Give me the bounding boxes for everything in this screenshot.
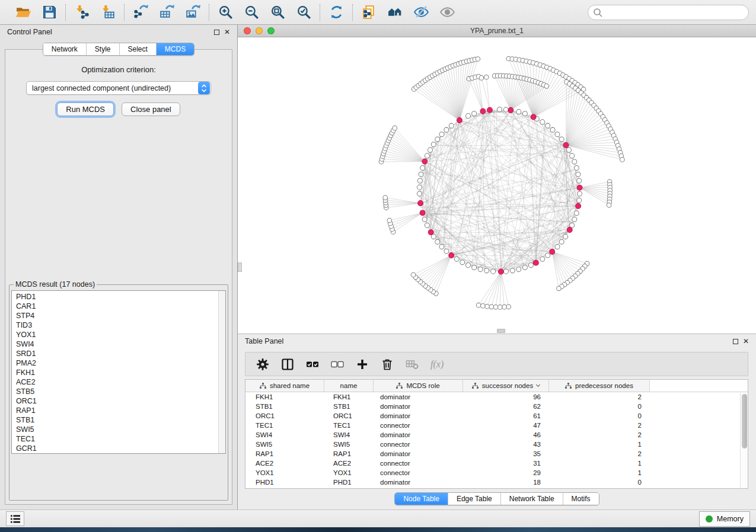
table-row[interactable]: ORC1 ORC1 dominator 61 0 — [245, 411, 748, 421]
column-header-name[interactable]: name — [324, 380, 374, 392]
list-icon — [10, 514, 21, 524]
table-scrollbar[interactable] — [740, 393, 748, 488]
export-table-button[interactable] — [158, 4, 176, 21]
table-close-panel-icon[interactable]: ✕ — [743, 338, 749, 345]
column-header-successor-nodes[interactable]: successor nodes — [463, 380, 549, 392]
control-panel: Control Panel ✕ NetworkStyleSelectMCDS O… — [0, 25, 238, 509]
select-all-columns-button[interactable] — [305, 357, 320, 372]
tab-mcds[interactable]: MCDS — [157, 43, 194, 55]
mcds-result-list[interactable]: PHD1CAR1STP4TID3YOX1SWI4SRD1PMA2FKH1ACE2… — [11, 290, 226, 454]
zoom-in-icon — [218, 4, 234, 20]
zoom-fit-button[interactable] — [269, 4, 286, 21]
hide-selected-button[interactable] — [412, 4, 430, 21]
table-row[interactable]: RAP1 RAP1 dominator 35 2 — [245, 449, 748, 459]
mcds-result-item[interactable]: PHD1 — [16, 292, 225, 302]
export-image-button[interactable] — [184, 4, 202, 21]
folder-open-icon — [15, 4, 31, 20]
column-header-shared-name[interactable]: shared name — [245, 380, 324, 392]
mcds-result-item[interactable]: STB5 — [16, 387, 225, 396]
import-network-icon — [74, 4, 90, 20]
mcds-result-item[interactable]: SRD1 — [16, 349, 225, 358]
new-network-from-selection-button[interactable] — [360, 4, 378, 21]
delete-column-button[interactable] — [379, 357, 395, 372]
search-box[interactable] — [588, 5, 749, 20]
import-network-button[interactable] — [73, 4, 91, 21]
column-header-MCDS-role[interactable]: MCDS role — [374, 380, 463, 392]
mcds-result-item[interactable]: CAR1 — [16, 302, 225, 311]
open-session-button[interactable] — [14, 4, 32, 21]
run-mcds-button[interactable]: Run MCDS — [57, 102, 114, 116]
mcds-tab-content: Optimization criterion: largest connecte… — [5, 49, 232, 505]
zoom-in-button[interactable] — [216, 4, 234, 21]
add-column-button[interactable] — [355, 357, 370, 372]
table-scrollbar-thumb[interactable] — [742, 394, 747, 448]
update-network-button[interactable] — [327, 4, 345, 21]
tab-style[interactable]: Style — [87, 43, 120, 55]
mcds-result-item[interactable]: YOX1 — [16, 330, 225, 339]
export-network-icon — [133, 4, 149, 20]
mcds-result-item[interactable]: TID3 — [16, 321, 225, 330]
control-panel-title: Control Panel — [7, 28, 52, 36]
column-header-predecessor-nodes[interactable]: predecessor nodes — [549, 380, 650, 392]
show-columns-button[interactable] — [280, 357, 295, 372]
table-row[interactable]: SWI5 SWI5 connector 43 1 — [245, 440, 748, 449]
mcds-result-item[interactable]: FKH1 — [16, 368, 225, 377]
vertical-split-handle[interactable] — [238, 262, 242, 272]
show-all-button[interactable] — [438, 4, 456, 21]
close-panel-button[interactable]: Close panel — [122, 102, 180, 116]
panel-selector-button[interactable] — [6, 511, 24, 526]
table-float-window-icon[interactable] — [733, 339, 738, 344]
tab-select[interactable]: Select — [120, 43, 157, 55]
mcds-result-item[interactable]: STP4 — [16, 311, 225, 321]
mcds-result-item[interactable]: ORC1 — [16, 396, 225, 406]
column-type-icon — [565, 383, 572, 389]
table-row[interactable]: SWI4 SWI4 dominator 46 2 — [245, 430, 748, 440]
tab-motifs[interactable]: Motifs — [563, 493, 599, 505]
control-panel-titlebar: Control Panel ✕ — [0, 25, 237, 39]
table-row[interactable]: YOX1 YOX1 connector 29 1 — [245, 468, 748, 477]
float-window-icon[interactable] — [214, 30, 219, 35]
table-row[interactable]: FKH1 FKH1 dominator 96 2 — [245, 392, 748, 402]
table-row[interactable]: PHD1 PHD1 dominator 18 0 — [245, 477, 748, 487]
main-toolbar — [0, 0, 756, 25]
import-table-button[interactable] — [99, 4, 117, 21]
table-row[interactable]: TEC1 TEC1 connector 47 2 — [245, 421, 748, 430]
table-settings-button[interactable] — [255, 357, 270, 372]
zoom-out-button[interactable] — [243, 4, 260, 21]
network-window-titlebar[interactable]: YPA_prune.txt_1 — [238, 25, 756, 37]
plus-icon — [355, 357, 369, 371]
unselect-all-columns-button[interactable] — [330, 357, 345, 372]
mcds-result-item[interactable]: SWI4 — [16, 339, 225, 349]
mcds-result-item[interactable]: TEC1 — [16, 434, 225, 444]
horizontal-split-handle[interactable] — [497, 329, 505, 333]
mcds-result-item[interactable]: PMA2 — [16, 358, 225, 368]
mcds-result-item[interactable]: STB1 — [16, 415, 225, 425]
refresh-icon — [328, 4, 344, 20]
mcds-result-item[interactable]: ACE2 — [16, 377, 225, 387]
mcds-result-item[interactable]: RAP1 — [16, 406, 225, 415]
optimization-criterion-select[interactable]: largest connected component (undirected) — [26, 81, 211, 95]
mcds-result-item[interactable]: SWI5 — [16, 425, 225, 434]
search-input[interactable] — [605, 8, 744, 17]
svg-text:f(x): f(x) — [430, 359, 444, 370]
table-panel-title: Table Panel — [245, 337, 283, 345]
export-image-icon — [185, 4, 201, 20]
memory-button[interactable]: Memory — [699, 511, 750, 527]
clone-network-icon — [361, 4, 377, 20]
result-list-scrollbar[interactable] — [218, 291, 225, 453]
tab-network[interactable]: Network — [43, 43, 87, 55]
first-neighbors-button[interactable] — [386, 4, 404, 21]
zoom-selected-button[interactable] — [295, 4, 312, 21]
mcds-result-item[interactable]: GCR1 — [16, 444, 225, 453]
export-network-button[interactable] — [132, 4, 149, 21]
tab-node-table[interactable]: Node Table — [395, 493, 448, 505]
table-row[interactable]: ACE2 ACE2 connector 31 1 — [245, 459, 748, 468]
table-row[interactable]: STB1 STB1 dominator 62 0 — [245, 402, 748, 411]
zoom-fit-icon — [270, 4, 286, 20]
network-canvas[interactable] — [238, 37, 756, 334]
close-panel-icon[interactable]: ✕ — [224, 28, 230, 36]
network-view[interactable] — [238, 37, 756, 334]
tab-edge-table[interactable]: Edge Table — [448, 493, 501, 505]
save-session-button[interactable] — [40, 4, 58, 21]
tab-network-table[interactable]: Network Table — [501, 493, 563, 505]
